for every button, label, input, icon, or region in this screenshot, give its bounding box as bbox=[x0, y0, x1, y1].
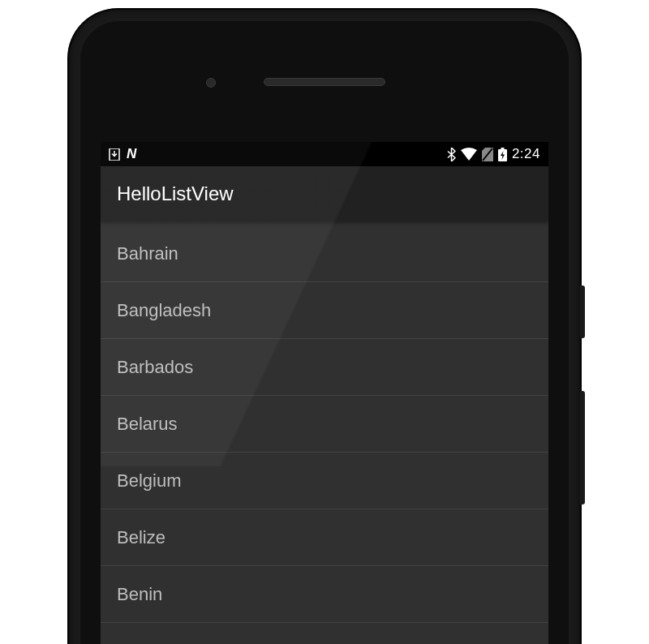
list-item-label: Belgium bbox=[117, 470, 181, 492]
list-item[interactable]: Barbados bbox=[101, 339, 548, 396]
list-item[interactable] bbox=[101, 623, 548, 644]
list-item-label: Bahrain bbox=[117, 243, 178, 264]
status-clock: 2:24 bbox=[512, 146, 540, 162]
status-bar[interactable]: N bbox=[101, 142, 548, 166]
screen: N bbox=[101, 142, 548, 644]
phone-bezel: N bbox=[80, 21, 569, 644]
wifi-icon bbox=[461, 148, 477, 161]
volume-rocker[interactable] bbox=[580, 391, 585, 504]
list-item-label: Belarus bbox=[117, 414, 178, 435]
battery-charging-icon bbox=[498, 148, 507, 161]
list-item-label: Barbados bbox=[117, 357, 193, 378]
speaker-grille bbox=[264, 78, 385, 86]
list-item-label: Bangladesh bbox=[117, 300, 211, 321]
list-view[interactable]: Bahrain Bangladesh Barbados Belarus Belg… bbox=[101, 225, 548, 644]
no-sim-icon bbox=[482, 148, 493, 161]
bluetooth-icon bbox=[447, 148, 456, 161]
list-item[interactable]: Bahrain bbox=[101, 225, 548, 282]
list-item-label: Belize bbox=[117, 527, 165, 548]
list-item[interactable]: Belize bbox=[101, 509, 548, 566]
status-right: 2:24 bbox=[447, 146, 540, 162]
list-item-label: Benin bbox=[117, 584, 162, 605]
list-item[interactable]: Benin bbox=[101, 566, 548, 623]
power-button[interactable] bbox=[580, 286, 585, 338]
phone-frame: N bbox=[69, 10, 580, 644]
svg-rect-2 bbox=[501, 148, 504, 149]
app-bar: HelloListView bbox=[101, 166, 548, 221]
list-item[interactable]: Belarus bbox=[101, 396, 548, 453]
download-icon bbox=[109, 148, 120, 161]
list-item[interactable]: Belgium bbox=[101, 453, 548, 509]
app-title: HelloListView bbox=[117, 182, 234, 205]
front-camera bbox=[206, 78, 216, 88]
status-left: N bbox=[109, 146, 136, 162]
list-item[interactable]: Bangladesh bbox=[101, 282, 548, 339]
android-n-icon: N bbox=[127, 146, 136, 162]
